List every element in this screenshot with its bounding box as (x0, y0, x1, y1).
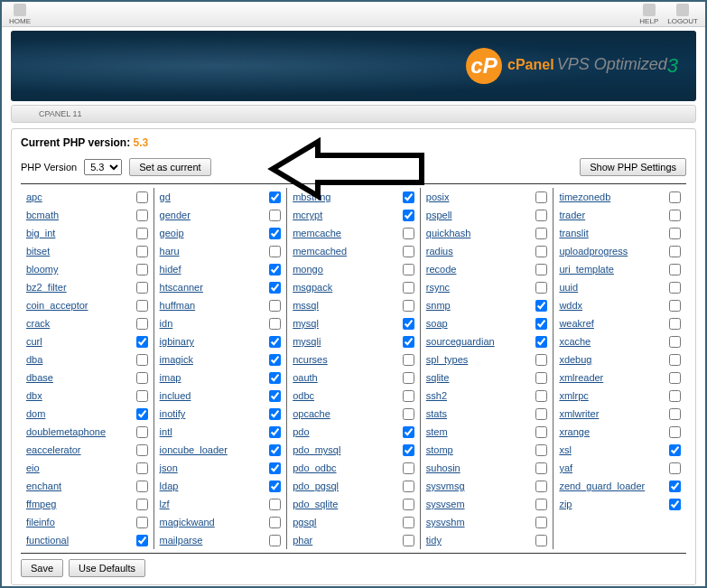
extension-checkbox[interactable] (403, 535, 414, 546)
extension-checkbox[interactable] (669, 210, 681, 221)
extension-checkbox[interactable] (535, 264, 547, 275)
extension-checkbox[interactable] (136, 372, 148, 384)
extension-checkbox[interactable] (535, 228, 547, 239)
extension-checkbox[interactable] (403, 408, 414, 420)
extension-eio[interactable]: eio (26, 459, 148, 477)
extension-checkbox[interactable] (535, 300, 547, 312)
extension-mssql[interactable]: mssql (293, 296, 414, 314)
extension-checkbox[interactable] (403, 354, 414, 366)
extension-timezonedb[interactable]: timezonedb (559, 188, 681, 206)
extension-curl[interactable]: curl (26, 332, 148, 350)
extension-intl[interactable]: intl (160, 423, 282, 441)
extension-pdo_sqlite[interactable]: pdo_sqlite (293, 495, 414, 513)
extension-gender[interactable]: gender (160, 206, 282, 224)
extension-checkbox[interactable] (403, 264, 414, 275)
extension-stem[interactable]: stem (426, 423, 548, 441)
extension-checkbox[interactable] (136, 336, 148, 348)
extension-msgpack[interactable]: msgpack (293, 278, 414, 296)
extension-checkbox[interactable] (136, 390, 148, 402)
extension-checkbox[interactable] (535, 318, 547, 330)
extension-checkbox[interactable] (669, 300, 681, 312)
extension-soap[interactable]: soap (426, 314, 548, 332)
save-button[interactable]: Save (21, 559, 63, 577)
extension-uri_template[interactable]: uri_template (559, 260, 681, 278)
extension-sysvshm[interactable]: sysvshm (426, 513, 548, 531)
extension-dba[interactable]: dba (26, 350, 148, 369)
extension-checkbox[interactable] (136, 444, 148, 456)
extension-checkbox[interactable] (403, 499, 414, 510)
extension-doublemetaphone[interactable]: doublemetaphone (26, 423, 148, 441)
extension-checkbox[interactable] (269, 246, 281, 257)
extension-checkbox[interactable] (403, 462, 414, 474)
extension-checkbox[interactable] (403, 228, 414, 239)
extension-fileinfo[interactable]: fileinfo (26, 513, 148, 531)
extension-dbase[interactable]: dbase (26, 369, 148, 387)
extension-checkbox[interactable] (403, 390, 414, 402)
extension-zend_guard_loader[interactable]: zend_guard_loader (559, 477, 681, 495)
extension-checkbox[interactable] (669, 228, 681, 239)
logout-link[interactable]: LOGOUT (667, 4, 698, 25)
extension-pdo_pgsql[interactable]: pdo_pgsql (293, 477, 414, 495)
extension-zip[interactable]: zip (559, 495, 681, 513)
extension-checkbox[interactable] (136, 300, 148, 312)
extension-checkbox[interactable] (403, 318, 414, 330)
extension-checkbox[interactable] (535, 354, 547, 366)
extension-yaf[interactable]: yaf (559, 459, 681, 477)
extension-checkbox[interactable] (136, 282, 148, 294)
extension-igbinary[interactable]: igbinary (160, 332, 282, 350)
extension-checkbox[interactable] (535, 390, 547, 402)
extension-checkbox[interactable] (669, 336, 681, 348)
extension-ssh2[interactable]: ssh2 (426, 387, 548, 405)
extension-checkbox[interactable] (669, 426, 681, 438)
extension-imap[interactable]: imap (160, 369, 282, 387)
extension-checkbox[interactable] (535, 517, 547, 528)
extension-trader[interactable]: trader (559, 206, 681, 224)
extension-checkbox[interactable] (269, 336, 281, 348)
extension-posix[interactable]: posix (426, 188, 548, 206)
extension-pspell[interactable]: pspell (426, 206, 548, 224)
extension-odbc[interactable]: odbc (293, 387, 414, 405)
extension-inclued[interactable]: inclued (160, 387, 282, 405)
set-as-current-button[interactable]: Set as current (129, 158, 210, 176)
extension-xdebug[interactable]: xdebug (559, 350, 681, 369)
extension-mbstring[interactable]: mbstring (293, 188, 414, 206)
extension-checkbox[interactable] (535, 246, 547, 257)
extension-stomp[interactable]: stomp (426, 441, 548, 459)
extension-checkbox[interactable] (669, 408, 681, 420)
extension-checkbox[interactable] (403, 517, 414, 528)
extension-checkbox[interactable] (136, 354, 148, 366)
extension-checkbox[interactable] (535, 210, 547, 221)
extension-sysvmsg[interactable]: sysvmsg (426, 477, 548, 495)
extension-checkbox[interactable] (535, 408, 547, 420)
extension-translit[interactable]: translit (559, 224, 681, 242)
extension-magickwand[interactable]: magickwand (160, 513, 282, 531)
extension-stats[interactable]: stats (426, 405, 548, 423)
extension-checkbox[interactable] (403, 444, 414, 456)
extension-checkbox[interactable] (669, 372, 681, 384)
extension-checkbox[interactable] (535, 462, 547, 474)
extension-checkbox[interactable] (269, 444, 281, 456)
extension-checkbox[interactable] (269, 191, 281, 203)
extension-xsl[interactable]: xsl (559, 441, 681, 459)
extension-pdo[interactable]: pdo (293, 423, 414, 441)
extension-suhosin[interactable]: suhosin (426, 459, 548, 477)
extension-functional[interactable]: functional (26, 531, 148, 549)
extension-mailparse[interactable]: mailparse (160, 531, 282, 549)
extension-xrange[interactable]: xrange (559, 423, 681, 441)
extension-xmlwriter[interactable]: xmlwriter (559, 405, 681, 423)
extension-checkbox[interactable] (669, 318, 681, 330)
extension-pdo_odbc[interactable]: pdo_odbc (293, 459, 414, 477)
extension-checkbox[interactable] (403, 426, 414, 438)
extension-checkbox[interactable] (136, 318, 148, 330)
extension-checkbox[interactable] (136, 228, 148, 239)
extension-checkbox[interactable] (669, 390, 681, 402)
extension-haru[interactable]: haru (160, 242, 282, 260)
extension-checkbox[interactable] (669, 462, 681, 474)
extension-pdo_mysql[interactable]: pdo_mysql (293, 441, 414, 459)
extension-memcache[interactable]: memcache (293, 224, 414, 242)
extension-checkbox[interactable] (669, 282, 681, 294)
extension-checkbox[interactable] (269, 228, 281, 239)
extension-checkbox[interactable] (136, 499, 148, 510)
extension-checkbox[interactable] (136, 408, 148, 420)
extension-checkbox[interactable] (403, 372, 414, 384)
